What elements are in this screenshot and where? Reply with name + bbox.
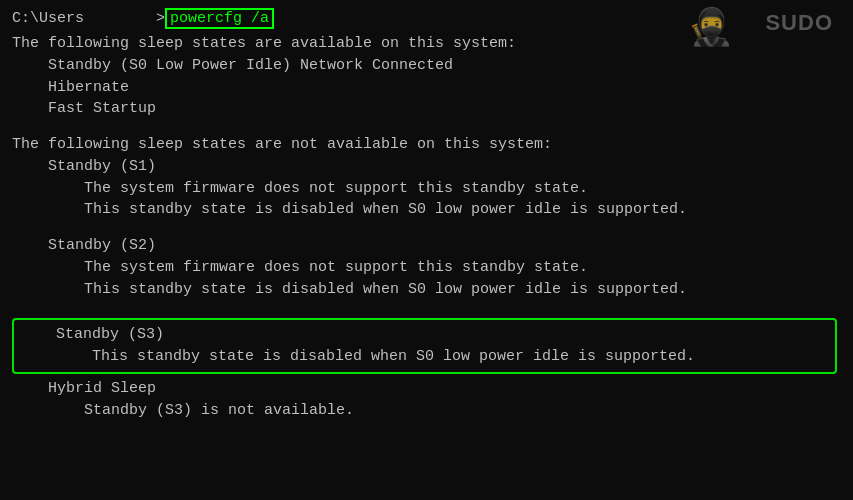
gap-1 bbox=[12, 120, 841, 134]
standby-s1-header: Standby (S1) bbox=[12, 156, 841, 178]
terminal-window: C:\Users > powercfg /a The following sle… bbox=[0, 0, 853, 500]
hybrid-sleep-header: Hybrid Sleep bbox=[12, 378, 841, 400]
gap-3 bbox=[12, 300, 841, 314]
avatar-icon: 🥷 bbox=[688, 6, 733, 50]
standby-s1-detail1: The system firmware does not support thi… bbox=[12, 178, 841, 200]
standby-s3-highlight-box: Standby (S3) This standby state is disab… bbox=[12, 318, 837, 374]
not-available-header: The following sleep states are not avail… bbox=[12, 134, 841, 156]
standby-s2-header: Standby (S2) bbox=[12, 235, 841, 257]
gap-2 bbox=[12, 221, 841, 235]
watermark-text: SUDO bbox=[765, 10, 833, 36]
standby-s2-detail2: This standby state is disabled when S0 l… bbox=[12, 279, 841, 301]
standby-s2-detail1: The system firmware does not support thi… bbox=[12, 257, 841, 279]
standby-s1-detail2: This standby state is disabled when S0 l… bbox=[12, 199, 841, 221]
available-state-3: Fast Startup bbox=[12, 98, 841, 120]
prompt: C:\Users > bbox=[12, 10, 165, 27]
standby-s3-header: Standby (S3) bbox=[20, 324, 829, 346]
standby-s3-detail: This standby state is disabled when S0 l… bbox=[20, 346, 829, 368]
hybrid-sleep-detail: Standby (S3) is not available. bbox=[12, 400, 841, 422]
command-text: powercfg /a bbox=[165, 8, 274, 29]
available-state-2: Hibernate bbox=[12, 77, 841, 99]
available-state-1: Standby (S0 Low Power Idle) Network Conn… bbox=[12, 55, 841, 77]
